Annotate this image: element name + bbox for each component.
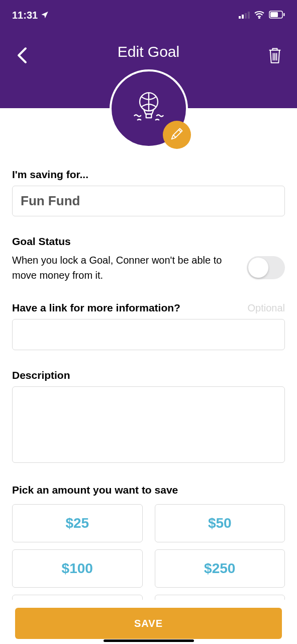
svg-rect-3 [248,12,250,19]
saving-for-input[interactable] [12,186,285,216]
pencil-icon [170,127,184,143]
goal-status-desc: When you lock a Goal, Conner won't be ab… [12,253,237,283]
delete-button[interactable] [265,45,285,65]
svg-rect-0 [239,16,241,19]
save-button[interactable]: SAVE [15,608,282,639]
cell-signal-icon [239,10,250,21]
back-button[interactable] [12,45,32,65]
svg-point-4 [259,18,260,19]
svg-rect-1 [242,15,244,19]
status-time: 11:31 [12,10,38,21]
link-input[interactable] [12,319,285,350]
svg-rect-6 [270,12,278,17]
lock-toggle[interactable] [247,256,285,279]
link-optional: Optional [248,302,285,314]
save-bar: SAVE [0,600,297,644]
page-title: Edit Goal [0,43,297,60]
edit-avatar-button[interactable] [163,121,191,149]
form-content: I'm saving for... Goal Status When you l… [0,108,297,601]
link-section: Have a link for more information? Option… [12,302,285,350]
amount-option[interactable]: $25 [12,504,143,542]
status-bar: 11:31 [0,0,297,30]
home-indicator [104,639,194,642]
svg-rect-2 [245,13,247,19]
goal-status-label: Goal Status [12,235,285,248]
description-input[interactable] [12,386,285,463]
amount-option[interactable]: $250 [155,549,285,588]
battery-icon [269,10,285,21]
amount-option[interactable]: $100 [12,549,143,588]
balloon-icon [130,89,167,128]
svg-rect-7 [283,13,285,16]
toggle-knob [248,258,268,278]
svg-rect-9 [146,114,151,118]
location-arrow-icon [41,10,49,21]
goal-status-section: Goal Status When you lock a Goal, Conner… [12,235,285,283]
goal-avatar [110,69,188,148]
description-label: Description [12,369,285,381]
amount-label: Pick an amount you want to save [12,484,285,496]
saving-for-label: I'm saving for... [12,169,285,181]
link-label: Have a link for more information? [12,302,180,314]
amount-option[interactable]: $50 [155,504,285,542]
saving-for-section: I'm saving for... [12,169,285,216]
goal-avatar-container [110,69,188,148]
amount-section: Pick an amount you want to save $25 $50 … [12,484,285,601]
description-section: Description [12,369,285,465]
wifi-icon [254,10,265,21]
